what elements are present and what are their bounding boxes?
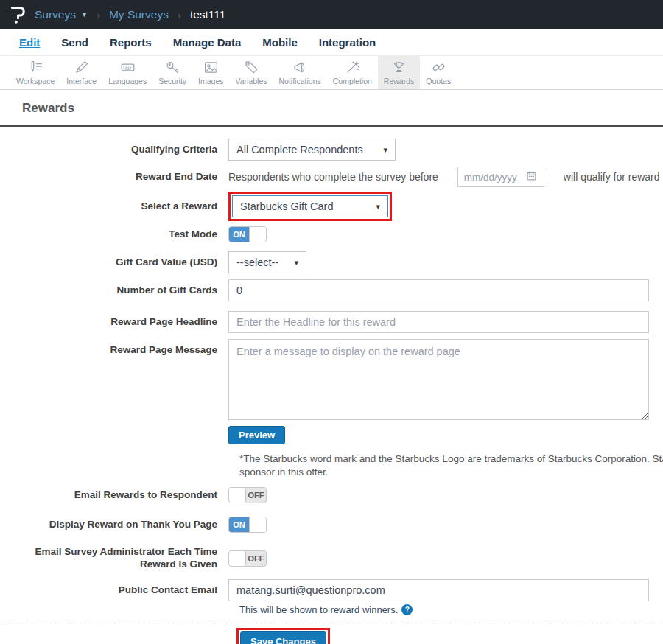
tab-reports[interactable]: Reports [110,36,152,49]
gift-card-value-label: Gift Card Value (USD) [0,256,228,269]
test-mode-label: Test Mode [0,228,228,241]
email-admin-toggle[interactable]: OFF [228,550,267,567]
breadcrumb: Surveys ▼ › My Surveys › test111 [35,8,225,21]
toolbar-item-security[interactable]: Security [152,56,192,89]
tag-icon [244,60,259,75]
select-reward-select[interactable]: Starbucks Gift Card ▾ [232,195,388,217]
reward-end-date-field[interactable] [457,167,544,187]
help-icon[interactable]: ? [401,604,413,615]
display-reward-label: Display Reward on Thank You Page [0,519,228,531]
trophy-icon [391,60,407,75]
reward-end-date-input[interactable] [464,172,522,183]
end-date-before-text: Respondents who complete the survey befo… [228,171,438,183]
qualifying-criteria-label: Qualifying Criteria [0,144,228,156]
page-title: Rewards [22,101,663,116]
end-date-after-text: will qualify for reward [564,171,660,183]
edit-toolbar: Workspace Interface Languages Security [0,56,663,90]
toolbar-item-notifications[interactable]: Notifications [273,56,327,89]
email-admin-label: Email Survey Administrator Each Time Rew… [0,546,228,571]
public-email-label: Public Contact Email [0,584,228,597]
toggle-knob [229,488,246,503]
toolbar-item-rewards[interactable]: Rewards [378,56,420,89]
select-reward-label: Select a Reward [0,200,228,213]
pen-list-icon [28,60,43,75]
gift-card-value-select[interactable]: --select-- ▾ [228,251,306,273]
key-icon [165,60,180,75]
bottom-divider [0,623,663,623]
keyboard-icon [120,60,136,75]
tab-manage-data[interactable]: Manage Data [173,36,242,49]
breadcrumb-separator-icon: › [97,9,100,21]
chevron-down-icon: ▾ [294,258,298,267]
chevron-down-icon: ▾ [383,145,387,155]
megaphone-icon [292,60,308,75]
main-menu: Edit Send Reports Manage Data Mobile Int… [0,29,663,56]
reward-message-textarea[interactable] [228,339,649,420]
image-icon [203,60,219,75]
breadcrumb-current-survey: test111 [190,8,226,21]
toggle-knob [229,551,246,566]
app-header: Surveys ▼ › My Surveys › test111 [0,0,663,29]
toolbar-item-quotas[interactable]: Quotas [420,56,457,89]
num-gift-cards-input[interactable] [228,279,649,301]
rewards-form: Qualifying Criteria All Complete Respond… [0,127,663,644]
save-button-highlight: Save Changes [236,628,330,644]
reward-end-date-label: Reward End Date [0,171,228,183]
tab-send[interactable]: Send [61,36,88,49]
chain-links-icon [431,60,446,75]
save-changes-button[interactable]: Save Changes [240,631,326,644]
qualifying-criteria-select[interactable]: All Complete Respondents ▾ [228,139,396,161]
toolbar-item-images[interactable]: Images [192,56,229,89]
tab-mobile[interactable]: Mobile [262,36,298,49]
toolbar-item-variables[interactable]: Variables [230,56,273,89]
chevron-down-icon: ▼ [81,11,88,18]
breadcrumb-my-surveys[interactable]: My Surveys [109,8,169,21]
select-reward-highlight: Starbucks Gift Card ▾ [228,192,392,221]
display-reward-toggle[interactable]: ON [228,517,267,533]
num-gift-cards-label: Number of Gift Cards [0,284,228,297]
starbucks-disclaimer: *The Starbucks word mark and the Starbuc… [239,452,663,479]
questionpro-logo-icon[interactable] [10,5,26,24]
toolbar-item-workspace[interactable]: Workspace [10,56,60,89]
chevron-down-icon: ▾ [376,202,380,211]
email-rewards-label: Email Rewards to Respondent [0,489,228,502]
public-email-helper: This will be shown to reward winners. ? [239,604,663,615]
tab-integration[interactable]: Integration [319,36,376,49]
breadcrumb-separator-icon: › [178,9,181,21]
public-email-input[interactable] [228,579,649,601]
toolbar-item-completion[interactable]: Completion [327,56,378,89]
reward-message-label: Reward Page Message [0,339,228,357]
test-mode-toggle[interactable]: ON [228,226,267,242]
reward-headline-label: Reward Page Headline [0,316,228,329]
brush-icon [74,60,89,75]
preview-button[interactable]: Preview [228,426,285,444]
calendar-icon[interactable] [526,170,537,184]
toggle-knob [249,227,266,242]
tab-edit[interactable]: Edit [19,36,40,49]
email-rewards-toggle[interactable]: OFF [228,487,267,503]
breadcrumb-surveys[interactable]: Surveys ▼ [35,8,88,21]
toolbar-item-interface[interactable]: Interface [60,56,102,89]
toggle-knob [249,517,266,532]
reward-headline-input[interactable] [228,311,649,333]
wand-icon [345,60,360,75]
toolbar-item-languages[interactable]: Languages [102,56,152,89]
